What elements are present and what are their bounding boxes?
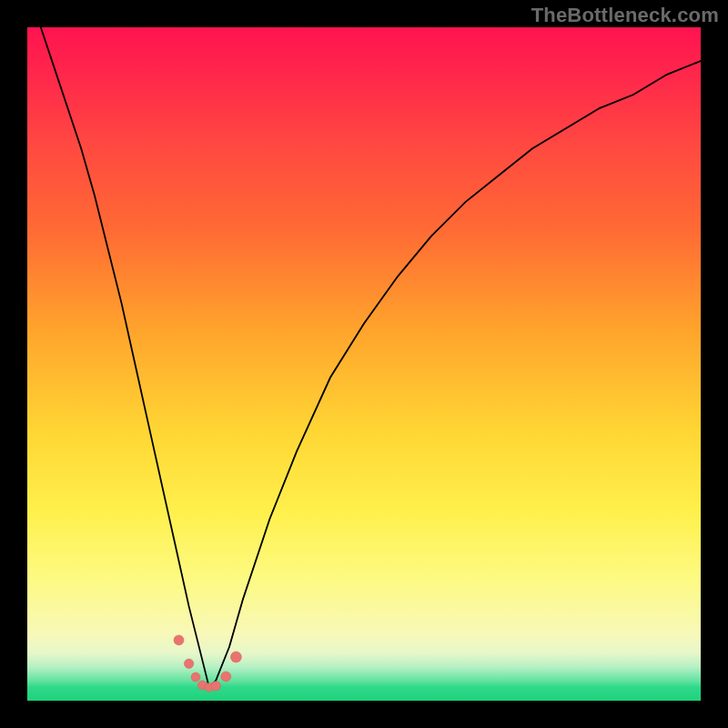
marker-dot [191, 672, 200, 682]
marker-dot [174, 635, 184, 645]
curve-path-group [27, 27, 701, 687]
bottleneck-curve-svg [27, 27, 701, 701]
curve-path-thick [27, 27, 701, 687]
marker-dot [221, 672, 231, 682]
curve-path-thin [209, 61, 701, 687]
chart-frame: TheBottleneck.com [0, 0, 728, 728]
marker-dot [211, 682, 220, 691]
marker-group [174, 635, 241, 692]
watermark: TheBottleneck.com [531, 4, 719, 27]
marker-dot [184, 659, 193, 668]
marker-dot [230, 652, 241, 662]
plot-area [27, 27, 701, 701]
